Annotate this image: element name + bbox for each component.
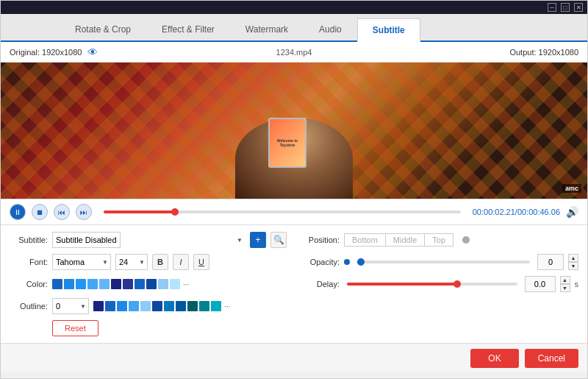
delay-label: Delay: — [301, 280, 340, 288]
title-bar-controls: ─ □ ✕ — [548, 3, 583, 12]
close-button[interactable]: ✕ — [574, 3, 583, 12]
outline-row: Outline: 0 — [10, 297, 287, 315]
tab-rotate[interactable]: Rotate & Crop — [60, 17, 146, 40]
subtitle-row: Subtitle: Subtitle Disabled + 🔍 — [10, 231, 287, 249]
outline-swatch-7[interactable] — [164, 301, 174, 311]
opacity-decrement[interactable]: ▼ — [568, 262, 578, 270]
outline-swatch-1[interactable] — [93, 301, 104, 311]
settings-left: Subtitle: Subtitle Disabled + 🔍 Font: Ta… — [10, 231, 287, 337]
delay-thumb — [453, 280, 461, 288]
font-name-wrapper: Tahoma — [52, 254, 111, 270]
maximize-button[interactable]: □ — [561, 3, 570, 12]
opacity-row: Opacity: 0 ▲ ▼ — [301, 253, 578, 271]
stop-button[interactable]: ⏹ — [32, 204, 48, 220]
pause-button[interactable]: ⏸ — [10, 204, 26, 220]
title-bar: ─ □ ✕ — [1, 1, 587, 14]
tab-effect[interactable]: Effect & Filter — [146, 17, 230, 40]
minimize-button[interactable]: ─ — [548, 3, 556, 12]
position-label: Position: — [301, 235, 340, 244]
progress-bar[interactable] — [104, 210, 461, 213]
position-bottom-button[interactable]: Bottom — [345, 234, 386, 246]
volume-icon[interactable]: 🔊 — [566, 206, 578, 218]
color-swatch-8[interactable] — [135, 279, 145, 289]
opacity-label: Opacity: — [301, 258, 340, 266]
color-swatch-10[interactable] — [158, 279, 168, 289]
position-top-button[interactable]: Top — [425, 234, 453, 246]
original-resolution: Original: 1920x1080 — [10, 48, 82, 57]
outline-swatch-3[interactable] — [117, 301, 127, 311]
color-swatch-5[interactable] — [99, 279, 110, 289]
font-size-select[interactable]: 24 — [115, 254, 148, 270]
outline-swatch-8[interactable] — [176, 301, 186, 311]
outline-swatch-6[interactable] — [152, 301, 162, 311]
opacity-value[interactable]: 0 — [537, 254, 564, 270]
color-more-button[interactable]: ··· — [183, 280, 189, 288]
subtitle-select-wrapper: Subtitle Disabled — [52, 232, 245, 248]
color-row: Color: ··· — [10, 275, 287, 293]
tablet-text: Welcome to Toystore — [270, 137, 305, 149]
video-background: Welcome to Toystore amc — [1, 63, 587, 199]
outline-swatch-4[interactable] — [129, 301, 139, 311]
opacity-thumb — [357, 258, 365, 266]
color-swatch-9[interactable] — [146, 279, 157, 289]
outline-size-select[interactable]: 0 — [52, 298, 89, 314]
outline-swatch-10[interactable] — [199, 301, 209, 311]
font-select[interactable]: Tahoma — [52, 254, 111, 270]
video-area: Welcome to Toystore amc — [1, 63, 587, 199]
delay-value[interactable]: 0.0 — [525, 276, 556, 292]
outline-swatch-11[interactable] — [211, 301, 221, 311]
font-size-wrapper: 24 — [115, 254, 148, 270]
cancel-button[interactable]: Cancel — [525, 349, 578, 368]
outline-swatch-2[interactable] — [105, 301, 115, 311]
color-swatch-1[interactable] — [52, 279, 62, 289]
color-swatch-3[interactable] — [76, 279, 86, 289]
font-row: Font: Tahoma 24 B I U — [10, 253, 287, 271]
color-swatch-11[interactable] — [170, 279, 180, 289]
prev-button[interactable]: ⏮ — [54, 204, 70, 220]
tab-bar: Rotate & Crop Effect & Filter Watermark … — [1, 14, 587, 42]
color-swatch-4[interactable] — [87, 279, 98, 289]
position-row: Position: Bottom Middle Top — [301, 231, 578, 249]
filename: 1234.mp4 — [276, 48, 312, 57]
tab-watermark[interactable]: Watermark — [230, 17, 304, 40]
color-swatch-2[interactable] — [64, 279, 74, 289]
bottom-bar: OK Cancel — [1, 343, 587, 372]
ok-button[interactable]: OK — [470, 349, 518, 368]
opacity-increment[interactable]: ▲ — [568, 254, 578, 262]
delay-increment[interactable]: ▲ — [560, 276, 570, 284]
info-left: Original: 1920x1080 👁 — [10, 46, 199, 58]
progress-thumb — [171, 208, 179, 216]
bold-button[interactable]: B — [152, 254, 168, 270]
color-swatch-7[interactable] — [123, 279, 133, 289]
outline-swatch-5[interactable] — [140, 301, 151, 311]
settings-right: Position: Bottom Middle Top Opacity: 0 — [301, 231, 578, 337]
outline-swatch-9[interactable] — [187, 301, 198, 311]
info-bar: Original: 1920x1080 👁 1234.mp4 Output: 1… — [1, 42, 587, 63]
underline-button[interactable]: U — [193, 254, 209, 270]
reset-row: Reset — [10, 319, 287, 337]
delay-slider[interactable] — [347, 283, 517, 286]
position-middle-button[interactable]: Middle — [386, 234, 425, 246]
time-display: 00:00:02.21/00:00:46.06 — [473, 208, 560, 216]
color-swatch-6[interactable] — [111, 279, 121, 289]
italic-button[interactable]: I — [173, 254, 189, 270]
reset-button[interactable]: Reset — [52, 320, 98, 336]
search-subtitle-button[interactable]: 🔍 — [270, 232, 287, 248]
opacity-dot — [344, 259, 350, 265]
info-center: 1234.mp4 — [199, 48, 389, 57]
delay-decrement[interactable]: ▼ — [560, 284, 570, 292]
next-button[interactable]: ⏭ — [76, 204, 92, 220]
tab-subtitle[interactable]: Subtitle — [357, 18, 420, 42]
info-right: Output: 1920x1080 — [389, 48, 578, 57]
outline-size-wrapper: 0 — [52, 298, 89, 314]
opacity-slider[interactable] — [357, 261, 530, 263]
subtitle-select[interactable]: Subtitle Disabled — [52, 232, 121, 248]
outline-more-button[interactable]: ··· — [224, 302, 230, 311]
add-subtitle-button[interactable]: + — [250, 232, 266, 248]
outline-swatches: ··· — [93, 301, 230, 311]
delay-spinner: ▲ ▼ — [560, 276, 570, 292]
app-window: ─ □ ✕ Rotate & Crop Effect & Filter Wate… — [0, 0, 588, 379]
visibility-icon[interactable]: 👁 — [87, 46, 98, 58]
tab-audio[interactable]: Audio — [304, 17, 357, 40]
settings-area: Subtitle: Subtitle Disabled + 🔍 Font: Ta… — [1, 225, 587, 343]
